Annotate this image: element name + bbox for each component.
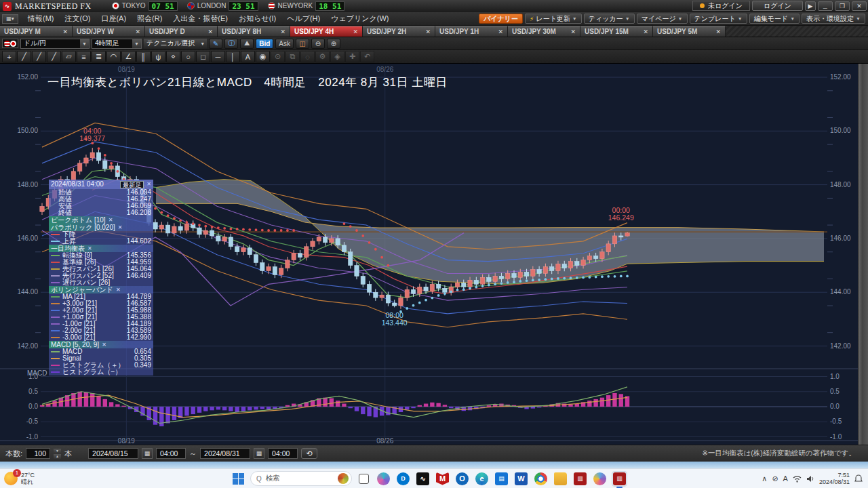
count-stepper[interactable]: ▼▲ [54, 449, 61, 459]
tab-close-icon[interactable]: ✕ [715, 28, 721, 35]
task-view-icon[interactable] [356, 471, 372, 487]
pencil-button[interactable]: ✎ [209, 39, 222, 49]
dell-icon[interactable]: D [395, 471, 411, 487]
start-button[interactable] [231, 471, 246, 487]
menu-item-2[interactable]: 口座(A) [96, 14, 132, 24]
mountain-chart-button[interactable]: ⛰ [240, 39, 254, 49]
tab-usd-jpy-d[interactable]: USD/JPY D✕ [145, 26, 218, 37]
candle-style-button[interactable]: ◫ [296, 39, 309, 49]
tab-close-icon[interactable]: ✕ [498, 28, 503, 35]
tab-usd-jpy-8h[interactable]: USD/JPY 8H✕ [218, 26, 290, 37]
tab-close-icon[interactable]: ✕ [62, 28, 68, 35]
tab-usd-jpy-4h[interactable]: USD/JPY 4H✕ [290, 26, 363, 37]
tab-usd-jpy-15m[interactable]: USD/JPY 15M✕ [580, 26, 653, 37]
header-button-2[interactable]: ティッカー▼ [584, 14, 635, 24]
ime-icon[interactable]: A [783, 474, 788, 483]
menu-item-0[interactable]: 情報(M) [22, 14, 60, 24]
tab-close-icon[interactable]: ✕ [353, 28, 358, 35]
vline-tool[interactable]: │ [226, 51, 240, 62]
trendline3-tool[interactable]: ╱ [47, 51, 61, 62]
from-time-input[interactable]: 04:00 [156, 448, 186, 459]
outlook-icon[interactable]: O [454, 471, 470, 487]
wifi-icon[interactable] [793, 475, 802, 483]
chrome-icon[interactable] [533, 471, 549, 487]
pin-tool[interactable]: ◉ [256, 51, 270, 62]
minimize-button[interactable]: ＿ [818, 1, 833, 11]
hline-multi-tool[interactable]: ≣ [92, 51, 106, 62]
header-button-5[interactable]: 編集モード▼ [749, 14, 800, 24]
hline-set-tool[interactable]: ≡ [77, 51, 91, 62]
tab-usd-jpy-1h[interactable]: USD/JPY 1H✕ [435, 26, 508, 37]
chart-area[interactable]: 152.00152.00150.00150.00148.00148.00146.… [0, 64, 868, 445]
header-button-3[interactable]: マイページ▼ [637, 14, 688, 24]
layout-menu-icon[interactable]: ▦▾ [2, 14, 18, 24]
header-button-1[interactable]: ⚡レート更新▼ [525, 14, 582, 24]
menu-item-3[interactable]: 照会(R) [132, 14, 167, 24]
close-button[interactable]: ✕ [852, 1, 867, 11]
tab-usd-jpy-5m[interactable]: USD/JPY 5M✕ [653, 26, 726, 37]
info-button[interactable]: ⓘ [224, 39, 238, 49]
search-box[interactable]: Q検索 [250, 471, 352, 486]
menu-item-1[interactable]: 注文(O) [60, 14, 96, 24]
ask-button[interactable]: Ask [275, 39, 294, 49]
tab-close-icon[interactable]: ✕ [425, 28, 431, 35]
tab-close-icon[interactable]: ✕ [643, 28, 648, 35]
login-button[interactable]: ログイン [752, 1, 803, 11]
file-explorer-icon[interactable] [553, 471, 568, 487]
technical-select-button[interactable]: テクニカル選択▼ [144, 39, 207, 49]
vline-set-tool[interactable]: ║ [136, 51, 151, 62]
menu-item-4[interactable]: 入出金・振替(E) [167, 14, 233, 24]
to-calendar-icon[interactable]: ▦ [254, 448, 264, 459]
notification-bell-icon[interactable] [854, 474, 863, 483]
tray-clock[interactable]: 7:512024/08/31 [819, 472, 850, 485]
tab-close-icon[interactable]: ✕ [570, 28, 576, 35]
bar-count-input[interactable]: 100 [26, 448, 50, 459]
panel-close-icon[interactable]: ✕ [146, 181, 151, 188]
pentagon-tool[interactable]: ⋄ [166, 51, 180, 62]
paint-icon[interactable] [592, 471, 608, 487]
rectangle-tool[interactable]: □ [196, 51, 210, 62]
section-close-icon[interactable]: ✕ [118, 224, 123, 231]
timeframe-select[interactable]: 4時間足▼ [92, 39, 142, 49]
marketspeed-chart-icon[interactable]: ▥ [572, 471, 588, 487]
crosshair-tool[interactable]: + [2, 51, 16, 62]
word-icon[interactable]: W [513, 471, 529, 487]
tab-usd-jpy-m[interactable]: USD/JPY M✕ [0, 26, 73, 37]
tab-usd-jpy-30m[interactable]: USD/JPY 30M✕ [508, 26, 580, 37]
to-date-input[interactable]: 2024/08/31 [200, 448, 250, 459]
volume-icon[interactable] [806, 475, 814, 483]
zoom-out-button[interactable]: ⊖ [311, 39, 325, 49]
pitchfork-tool[interactable]: ψ [151, 51, 165, 62]
fibo-arc-tool[interactable]: ◠ [106, 51, 121, 62]
bid-button[interactable]: Bid [256, 39, 273, 49]
section-close-icon[interactable]: ✕ [116, 287, 121, 293]
tab-usd-jpy-w[interactable]: USD/JPY W✕ [73, 26, 145, 37]
text-tool[interactable]: A [241, 51, 255, 62]
menu-item-6[interactable]: ヘルプ(H) [281, 14, 326, 24]
pair-select[interactable]: ドル/円▼ [20, 39, 90, 49]
section-close-icon[interactable]: ✕ [102, 342, 106, 348]
menu-item-5[interactable]: お知らせ(I) [233, 14, 281, 24]
from-date-input[interactable]: 2024/08/15 [88, 448, 138, 459]
from-calendar-icon[interactable]: ▦ [142, 448, 153, 459]
header-button-6[interactable]: 表示・環境設定▼ [802, 14, 865, 24]
tab-close-icon[interactable]: ✕ [280, 28, 285, 35]
marketspeed-fx-icon[interactable]: ▥ [612, 471, 627, 487]
mcafee-icon[interactable]: M [435, 471, 450, 487]
restore-button[interactable]: ❐ [835, 1, 850, 11]
zoom-in-button[interactable]: ⊕ [327, 39, 340, 49]
section-close-icon[interactable]: ✕ [108, 217, 113, 224]
section-close-icon[interactable]: ✕ [87, 245, 92, 252]
header-button-4[interactable]: テンプレート▼ [690, 14, 747, 24]
tab-usd-jpy-2h[interactable]: USD/JPY 2H✕ [363, 26, 435, 37]
ellipse-tool[interactable]: ○ [181, 51, 195, 62]
trendline2-tool[interactable]: ╱ [32, 51, 46, 62]
store-icon[interactable]: ▤ [494, 471, 509, 487]
expand-arrow-button[interactable]: ▶ [805, 1, 816, 11]
network-blocked-icon[interactable]: ⊘ [772, 474, 778, 483]
tab-close-icon[interactable]: ✕ [135, 28, 140, 35]
reset-range-button[interactable]: ⟲ [301, 448, 317, 459]
hline-tool[interactable]: ─ [211, 51, 225, 62]
ruler-tool[interactable]: ▱ [62, 51, 76, 62]
header-button-0[interactable]: バイナリー [479, 14, 523, 24]
